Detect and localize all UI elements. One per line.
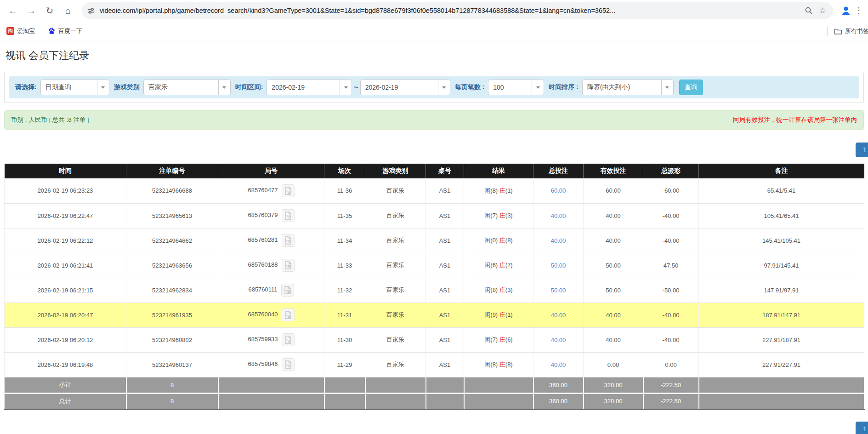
chevron-down-icon[interactable] [340, 80, 352, 95]
round-no-text: 685760379 [248, 211, 278, 218]
pagination-page-1[interactable]: 1 [856, 422, 868, 434]
cell-round-no: 685759846 [218, 352, 324, 377]
search-button[interactable]: 查询 [679, 80, 703, 95]
total-bet-link[interactable]: 60.00 [551, 187, 566, 194]
total-bet-link[interactable]: 50.00 [551, 262, 566, 269]
total-bet-link[interactable]: 40.00 [551, 237, 566, 244]
table-row: 2026-02-19 06:22:12523214964662685760281… [5, 228, 864, 253]
sum-count: 8 [126, 377, 218, 393]
cell-table-no: AS1 [426, 203, 464, 228]
bookmark-taobao[interactable]: 淘 爱淘宝 [6, 27, 35, 35]
url-text[interactable]: videoie.com/ipl/portal.php/game/betrecor… [100, 7, 802, 14]
cell-result: 闲(9) 庄(1) [464, 303, 533, 327]
total-bet-link[interactable]: 40.00 [551, 361, 566, 368]
video-replay-button[interactable] [282, 308, 295, 321]
player-label: 闲 [484, 262, 490, 268]
bookmarks-bar: 淘 爱淘宝 百度一下 所有书签 [0, 21, 868, 41]
total-bet-link[interactable]: 40.00 [551, 312, 566, 319]
cell-bet-no: 523214960137 [126, 352, 218, 377]
chevron-down-icon[interactable] [532, 80, 544, 95]
address-bar[interactable]: videoie.com/ipl/portal.php/game/betrecor… [82, 2, 833, 19]
cell-session: 11-30 [324, 327, 365, 352]
video-replay-button[interactable] [282, 184, 295, 197]
cell-game-type: 百家乐 [365, 278, 426, 303]
filter-panel: 请选择: 日期查询 游戏类别 百家乐 时间区间: 2026-02-19 ~ 20… [4, 72, 864, 103]
chevron-down-icon[interactable] [97, 80, 109, 95]
player-points: (8) [490, 187, 499, 194]
filter-bar: 请选择: 日期查询 游戏类别 百家乐 时间区间: 2026-02-19 ~ 20… [9, 76, 859, 98]
cell-time: 2026-02-19 06:22:47 [5, 203, 126, 228]
cell-game-type: 百家乐 [365, 327, 426, 352]
cell-table-no: AS1 [426, 278, 464, 303]
cell-table-no: AS1 [426, 253, 464, 278]
cell-time: 2026-02-19 06:23:23 [5, 178, 126, 203]
cell-result: 闲(0) 庄(8) [464, 228, 533, 253]
cell-table-no: AS1 [426, 178, 464, 203]
cell-bet-no: 523214960802 [126, 327, 218, 352]
video-replay-button[interactable] [282, 209, 295, 222]
cell-note: 65.41/5.41 [699, 178, 864, 203]
video-replay-button[interactable] [282, 259, 295, 272]
banker-points: (8) [505, 361, 513, 368]
sum-label: 小计 [5, 377, 126, 393]
zoom-page-icon[interactable] [802, 4, 816, 17]
video-replay-button[interactable] [281, 284, 294, 297]
summary-row: 小计8360.00320.00-222.50 [5, 377, 864, 393]
cell-note: 97.91/145.41 [699, 253, 864, 278]
sum-valid-bet: 320.00 [584, 377, 643, 393]
game-type-label: 游戏类别 [114, 83, 140, 91]
all-bookmarks-button[interactable]: 所有书签 [845, 27, 868, 35]
video-replay-icon [284, 286, 292, 294]
sum-total-bet: 360.00 [533, 377, 584, 393]
player-points: (6) [490, 262, 499, 268]
cell-note: 227.91/187.91 [699, 327, 864, 352]
forward-icon[interactable]: → [23, 3, 39, 18]
date-from-select[interactable]: 2026-02-19 [267, 80, 352, 95]
page-size-label: 每页笔数 : [455, 83, 485, 91]
chevron-down-icon[interactable] [661, 80, 673, 95]
cell-session: 11-29 [324, 352, 365, 377]
game-type-select[interactable]: 百家乐 [143, 80, 231, 95]
cell-valid-bet: 60.00 [584, 178, 643, 203]
select-type-label: 请选择: [15, 83, 37, 91]
bookmark-label: 爱淘宝 [17, 27, 35, 35]
cell-valid-bet: 0.00 [584, 352, 643, 377]
page-size-select[interactable]: 100 [488, 80, 544, 95]
profile-avatar[interactable] [839, 3, 853, 18]
sort-select[interactable]: 降幂(由大到小) [582, 80, 674, 95]
player-points: (7) [490, 212, 499, 219]
cell-round-no: 685760188 [218, 253, 324, 278]
total-bet-link[interactable]: 40.00 [551, 212, 566, 219]
bookmark-star-icon[interactable]: ☆ [816, 4, 829, 17]
cell-result: 闲(7) 庄(3) [464, 203, 533, 228]
chevron-down-icon[interactable] [218, 80, 230, 95]
total-bet-link[interactable]: 50.00 [551, 287, 566, 294]
date-to-select[interactable]: 2026-02-19 [360, 80, 450, 95]
video-replay-button[interactable] [282, 358, 295, 371]
sum-count: 8 [126, 393, 218, 409]
pagination-page-1[interactable]: 1 [856, 143, 868, 157]
video-replay-button[interactable] [282, 333, 295, 346]
cell-session: 11-34 [324, 228, 365, 253]
column-header: 场次 [324, 164, 365, 178]
player-points: (9) [490, 311, 499, 318]
site-settings-icon[interactable] [87, 7, 95, 15]
column-header: 时间 [5, 164, 126, 178]
sum-empty [464, 377, 533, 393]
chevron-down-icon[interactable] [438, 80, 450, 95]
total-bet-link[interactable]: 40.00 [551, 337, 566, 343]
back-icon[interactable]: ← [5, 3, 21, 18]
reload-icon[interactable]: ↻ [42, 3, 57, 18]
video-replay-button[interactable] [282, 234, 295, 247]
cell-note: 145.41/105.41 [699, 228, 864, 253]
round-no-text: 685759933 [248, 336, 278, 343]
cell-valid-bet: 40.00 [584, 303, 643, 327]
cell-session: 11-36 [324, 178, 365, 203]
cell-total-bet: 40.00 [533, 203, 584, 228]
taobao-icon: 淘 [6, 27, 14, 35]
home-icon[interactable]: ⌂ [60, 3, 76, 18]
browser-menu-icon[interactable]: ⋮ [853, 3, 864, 18]
cell-valid-bet: 40.00 [584, 327, 643, 352]
bookmark-baidu[interactable]: 百度一下 [48, 27, 82, 35]
query-type-select[interactable]: 日期查询 [40, 80, 109, 95]
